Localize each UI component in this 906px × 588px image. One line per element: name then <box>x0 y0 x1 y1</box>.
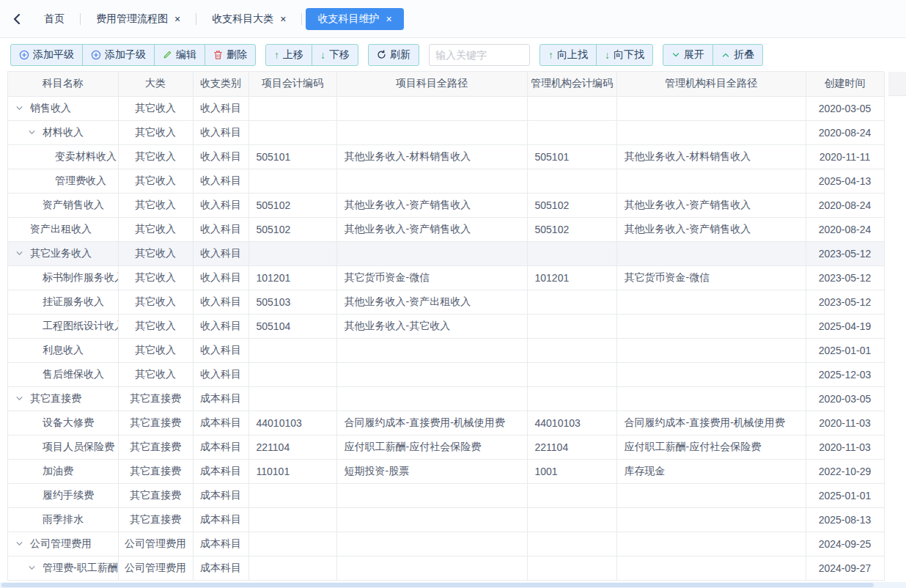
tab-separator <box>80 13 81 25</box>
cell-type: 成本科目 <box>193 507 248 532</box>
cell-category: 其它直接费 <box>118 411 193 435</box>
cell-category: 公司管理费用 <box>118 556 193 580</box>
cell-type: 收入科目 <box>193 144 248 169</box>
toolbar: 添加平级 添加子级 编辑 删除 <box>0 38 906 71</box>
cell-org-code: 505101 <box>527 144 616 169</box>
back-button[interactable] <box>7 8 26 30</box>
cell-org-path <box>616 386 806 411</box>
cell-project-path <box>336 507 527 532</box>
tab-label: 首页 <box>44 12 65 26</box>
table-row[interactable]: 资产销售收入其它收入收入科目505102其他业务收入-资产销售收入505102其… <box>8 193 884 217</box>
cell-type: 收入科目 <box>193 169 248 193</box>
horizontal-scrollbar-thumb[interactable] <box>1 583 874 587</box>
cell-type: 收入科目 <box>193 120 248 144</box>
tree-caret[interactable] <box>15 104 30 112</box>
table-row[interactable]: 标书制作服务收入其它收入收入科目101201其它货币资金-微信101201其它货… <box>8 265 884 290</box>
delete-button[interactable]: 删除 <box>205 44 256 66</box>
tree-caret[interactable] <box>15 249 30 257</box>
table-row[interactable]: 其它业务收入其它收入收入科目2023-05-12 <box>8 241 884 265</box>
tab-expense-flowchart[interactable]: 费用管理流程图 × <box>84 8 192 30</box>
table-row[interactable]: 变卖材料收入其它收入收入科目505101其他业务收入-材料销售收入505101其… <box>8 144 884 169</box>
tree-indent <box>15 350 28 350</box>
table-row[interactable]: 利息收入其它收入收入科目2025-01-01 <box>8 338 884 362</box>
add-sibling-button[interactable]: 添加平级 <box>10 44 83 66</box>
table-row[interactable]: 管理费-职工薪酬公司管理费用成本科目2024-09-27 <box>8 556 884 580</box>
cell-project-code <box>248 556 336 580</box>
cell-org-code <box>527 556 616 580</box>
tree-caret[interactable] <box>15 394 30 403</box>
cell-subject-name: 挂证服务收入 <box>8 290 118 314</box>
table-row[interactable]: 项目人员保险费其它直接费成本科目221104应付职工薪酬-应付社会保险费2211… <box>8 435 884 459</box>
subjects-table: 科目名称大类收支类别项目会计编码项目科目全路径管理机构会计编码管理机构科目全路径… <box>8 72 885 581</box>
expand-button[interactable]: 展开 <box>663 44 713 66</box>
cell-type: 成本科目 <box>193 386 248 411</box>
cell-category: 其它收入 <box>118 96 193 120</box>
cell-org-path: 应付职工薪酬-应付社会保险费 <box>616 435 806 459</box>
move-up-button[interactable]: ↑ 上移 <box>265 44 312 66</box>
table-row[interactable]: 资产出租收入其它收入收入科目505102其他业务收入-资产销售收入505102其… <box>8 217 884 241</box>
table-row[interactable]: 雨季排水其它直接费成本科目2025-08-13 <box>8 507 884 532</box>
cell-project-code <box>248 241 336 265</box>
tree-caret[interactable] <box>15 540 30 548</box>
cell-subject-name: 资产出租收入 <box>8 217 118 241</box>
table-row[interactable]: 管理费收入其它收入收入科目2025-04-13 <box>8 169 884 193</box>
column-header-1: 大类 <box>118 72 193 96</box>
cell-subject-name: 公司管理费用 <box>8 532 118 556</box>
table-row[interactable]: 挂证服务收入其它收入收入科目505103其他业务收入-资产出租收入2023-05… <box>8 290 884 314</box>
cell-org-code <box>527 507 616 532</box>
cell-created: 2024-09-27 <box>806 556 884 580</box>
cell-created: 2020-11-03 <box>806 435 884 459</box>
tree-caret[interactable] <box>28 564 43 572</box>
cell-org-path <box>616 120 806 144</box>
cell-subject-name: 履约手续费 <box>8 483 118 507</box>
tab-subject-maintenance[interactable]: 收支科目维护 × <box>306 8 403 30</box>
tree-caret-icon <box>28 564 36 572</box>
cell-type: 收入科目 <box>193 265 248 290</box>
tab-close-icon[interactable]: × <box>174 14 180 24</box>
cell-project-path: 其他业务收入-材料销售收入 <box>336 144 527 169</box>
tab-home[interactable]: 首页 <box>32 8 76 30</box>
cell-category: 其它收入 <box>118 314 193 338</box>
cell-org-code <box>527 96 616 120</box>
column-header-4: 项目科目全路径 <box>336 72 527 96</box>
table-row[interactable]: 销售收入其它收入收入科目2020-03-05 <box>8 96 884 120</box>
edit-button[interactable]: 编辑 <box>154 44 205 66</box>
cell-category: 其它收入 <box>118 338 193 362</box>
cell-created: 2023-05-12 <box>806 241 884 265</box>
add-child-button[interactable]: 添加子级 <box>82 44 155 66</box>
collapse-button[interactable]: 折叠 <box>712 44 763 66</box>
move-down-button[interactable]: ↓ 下移 <box>312 44 358 66</box>
tab-subject-categories[interactable]: 收支科目大类 × <box>200 8 298 30</box>
table-row[interactable]: 售后维保收入其它收入收入科目2025-12-03 <box>8 362 884 386</box>
button-label: 向下找 <box>614 48 644 62</box>
cell-project-path: 其他业务收入-其它收入 <box>336 314 527 338</box>
table-row[interactable]: 其它直接费其它直接费成本科目2020-03-05 <box>8 386 884 411</box>
tab-close-icon[interactable]: × <box>386 14 391 24</box>
refresh-button[interactable]: 刷新 <box>368 44 419 66</box>
cell-type: 成本科目 <box>193 532 248 556</box>
cell-created: 2025-12-03 <box>806 362 884 386</box>
horizontal-scrollbar[interactable] <box>0 582 906 588</box>
tree-indent <box>15 156 40 157</box>
cell-subject-name: 销售收入 <box>8 96 118 120</box>
cell-project-code: 505103 <box>248 290 336 314</box>
cell-category: 其它收入 <box>118 169 193 193</box>
table-row[interactable]: 工程图纸设计收入其它收入收入科目505104其他业务收入-其它收入2025-04… <box>8 314 884 338</box>
column-header-7: 创建时间 <box>806 72 884 96</box>
circle-plus-icon <box>19 50 29 60</box>
tree-caret[interactable] <box>28 128 43 136</box>
table-row[interactable]: 履约手续费其它直接费成本科目2025-01-01 <box>8 483 884 507</box>
tab-close-icon[interactable]: × <box>280 14 286 24</box>
table-row[interactable]: 公司管理费用公司管理费用成本科目2024-09-25 <box>8 532 884 556</box>
tab-label: 收支科目维护 <box>317 12 379 26</box>
cell-org-code: 221104 <box>527 435 616 459</box>
find-up-button[interactable]: ↑ 向上找 <box>539 44 597 66</box>
find-down-button[interactable]: ↓ 向下找 <box>596 44 653 66</box>
table-row[interactable]: 材料收入其它收入收入科目2020-08-24 <box>8 120 884 144</box>
cell-project-code <box>248 169 336 193</box>
button-label: 编辑 <box>176 48 196 62</box>
table-row[interactable]: 设备大修费其它直接费成本科目44010103合同履约成本-直接费用-机械使用费4… <box>8 411 884 435</box>
tree-indent <box>15 446 28 447</box>
table-row[interactable]: 加油费其它直接费成本科目110101短期投资-股票1001库存现金2022-10… <box>8 459 884 483</box>
search-input[interactable] <box>429 44 530 66</box>
